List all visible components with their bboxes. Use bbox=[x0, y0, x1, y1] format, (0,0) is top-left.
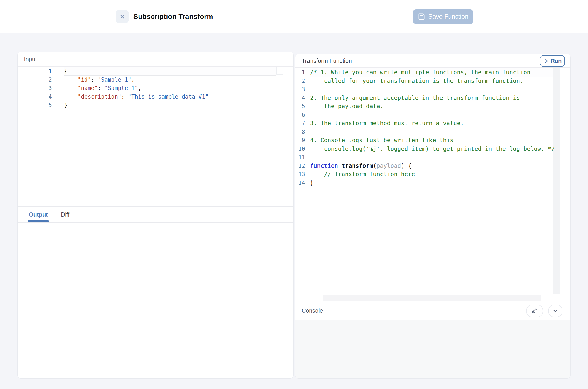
line-code: } bbox=[64, 101, 276, 110]
line-code: "description": "This is sample data #1" bbox=[64, 93, 276, 101]
console-log-area bbox=[295, 320, 570, 379]
input-editor-area: 1{2 "id": "Sample-1",3 "name": "Sample 1… bbox=[18, 66, 293, 207]
transform-panel-header: Transform Function Run bbox=[295, 54, 570, 68]
tab-output[interactable]: Output bbox=[29, 207, 48, 223]
code-line: 94. Console logs lust be written like th… bbox=[295, 136, 553, 145]
code-line: 3 "name": "Sample 1", bbox=[18, 84, 276, 93]
subscription-transform-app: Subscription Transform Save Function Inp… bbox=[0, 0, 588, 389]
run-play-icon bbox=[543, 58, 549, 64]
clear-console-button[interactable] bbox=[526, 305, 543, 317]
line-code: /* 1. While you can write multiple funct… bbox=[310, 68, 553, 77]
broom-icon bbox=[531, 308, 538, 314]
code-line: 13 // Transform function here bbox=[295, 170, 553, 179]
line-code: console.log('%j', logged_item) to get pr… bbox=[310, 145, 555, 153]
code-line: 2 "id": "Sample-1", bbox=[18, 76, 276, 84]
transform-editor-horizontal-scrollbar[interactable] bbox=[323, 295, 541, 301]
input-code-editor[interactable]: 1{2 "id": "Sample-1",3 "name": "Sample 1… bbox=[18, 66, 276, 206]
line-code: the payload data. bbox=[310, 102, 553, 111]
code-line: 10 console.log('%j', logged_item) to get… bbox=[295, 145, 553, 153]
line-number: 3 bbox=[18, 84, 52, 93]
save-button-label: Save Function bbox=[428, 13, 469, 20]
code-line: 14} bbox=[295, 179, 553, 187]
output-content-area bbox=[18, 223, 293, 379]
code-line: 3 bbox=[295, 85, 553, 94]
line-number: 2 bbox=[18, 76, 52, 84]
line-number: 6 bbox=[295, 111, 305, 119]
line-code: 2. The only argument acceptable in the t… bbox=[310, 94, 553, 102]
line-code: } bbox=[310, 179, 553, 187]
line-code bbox=[310, 128, 553, 136]
input-panel-title: Input bbox=[24, 56, 37, 63]
active-tab-indicator bbox=[28, 220, 49, 223]
transform-function-panel: Transform Function Run 1/* 1. While you … bbox=[295, 54, 571, 379]
console-title: Console bbox=[302, 307, 323, 314]
code-line: 73. The transform method must return a v… bbox=[295, 119, 553, 128]
transform-editor-area: 1/* 1. While you can write multiple func… bbox=[295, 68, 570, 301]
transform-code-editor[interactable]: 1/* 1. While you can write multiple func… bbox=[295, 68, 553, 187]
code-line: 6 bbox=[295, 111, 553, 119]
line-code: 4. Console logs lust be written like thi… bbox=[310, 136, 553, 145]
code-line: 1/* 1. While you can write multiple func… bbox=[295, 68, 553, 77]
code-line: 12function transform(payload) { bbox=[295, 162, 553, 170]
output-diff-tabs: OutputDiff bbox=[18, 207, 293, 223]
close-button[interactable] bbox=[116, 10, 129, 23]
line-code: // Transform function here bbox=[310, 170, 553, 179]
run-button-label: Run bbox=[551, 58, 562, 64]
tab-label: Diff bbox=[61, 211, 69, 218]
line-code: "name": "Sample 1", bbox=[64, 84, 276, 93]
line-number: 10 bbox=[295, 145, 305, 153]
code-line: 1{ bbox=[18, 67, 276, 76]
line-number: 4 bbox=[295, 94, 305, 102]
line-number: 12 bbox=[295, 162, 305, 170]
chevron-down-icon bbox=[552, 308, 559, 314]
line-code: 3. The transform method must return a va… bbox=[310, 119, 553, 128]
close-icon bbox=[119, 14, 125, 20]
line-number: 13 bbox=[295, 170, 305, 179]
line-number: 1 bbox=[295, 68, 305, 77]
line-number: 2 bbox=[295, 77, 305, 85]
save-icon bbox=[418, 13, 425, 20]
line-code: { bbox=[64, 67, 276, 76]
transform-panel-title: Transform Function bbox=[302, 58, 352, 64]
code-line: 4 "description": "This is sample data #1… bbox=[18, 93, 276, 101]
line-code bbox=[310, 153, 553, 162]
top-header-bar: Subscription Transform Save Function bbox=[0, 0, 588, 33]
code-line: 2 called for your transformation is the … bbox=[295, 77, 553, 85]
transform-editor-vertical-scrollbar[interactable] bbox=[553, 68, 560, 294]
line-code bbox=[310, 111, 553, 119]
input-output-panel: Input 1{2 "id": "Sample-1",3 "name": "Sa… bbox=[17, 52, 294, 379]
line-number: 5 bbox=[18, 101, 52, 110]
line-number: 3 bbox=[295, 85, 305, 94]
code-line: 11 bbox=[295, 153, 553, 162]
line-code: function transform(payload) { bbox=[310, 162, 553, 170]
line-number: 1 bbox=[18, 67, 52, 76]
tab-label: Output bbox=[29, 211, 48, 218]
line-code: called for your transformation is the tr… bbox=[310, 77, 553, 85]
input-editor-scrollbar-thumb[interactable] bbox=[276, 67, 283, 75]
line-number: 11 bbox=[295, 153, 305, 162]
collapse-console-button[interactable] bbox=[548, 305, 562, 317]
line-number: 5 bbox=[295, 102, 305, 111]
line-number: 9 bbox=[295, 136, 305, 145]
run-button[interactable]: Run bbox=[540, 55, 565, 67]
line-code bbox=[310, 85, 553, 94]
input-panel-header: Input bbox=[18, 52, 293, 66]
code-line: 8 bbox=[295, 128, 553, 136]
line-number: 14 bbox=[295, 179, 305, 187]
line-number: 7 bbox=[295, 119, 305, 128]
code-line: 5 the payload data. bbox=[295, 102, 553, 111]
tab-diff[interactable]: Diff bbox=[61, 207, 69, 223]
save-function-button[interactable]: Save Function bbox=[413, 9, 473, 24]
page-title: Subscription Transform bbox=[133, 0, 213, 33]
code-line: 5} bbox=[18, 101, 276, 110]
line-number: 8 bbox=[295, 128, 305, 136]
console-header: Console bbox=[295, 301, 570, 320]
line-code: "id": "Sample-1", bbox=[64, 76, 276, 84]
line-number: 4 bbox=[18, 93, 52, 101]
code-line: 42. The only argument acceptable in the … bbox=[295, 94, 553, 102]
